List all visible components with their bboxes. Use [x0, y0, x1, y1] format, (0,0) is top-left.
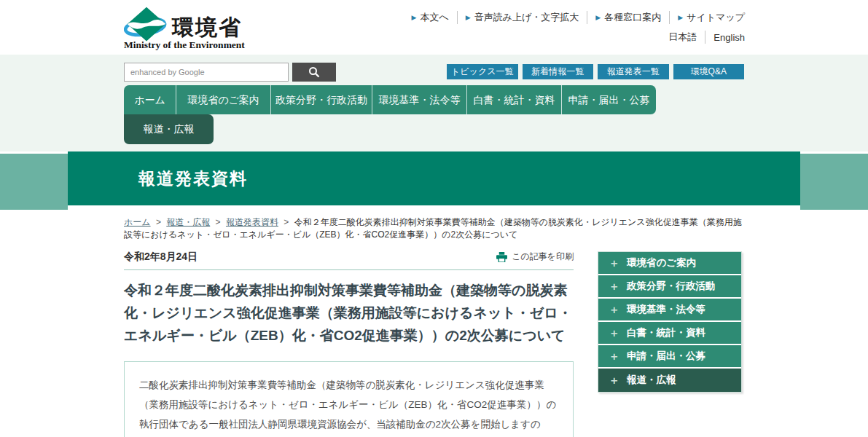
ministry-logo-subtitle: Ministry of the Environment: [124, 39, 292, 51]
utility-link[interactable]: ▶サイトマップ: [670, 11, 745, 24]
plus-icon: ＋: [609, 374, 619, 387]
plus-icon: ＋: [609, 350, 619, 363]
breadcrumb-link-home[interactable]: ホーム: [124, 217, 151, 227]
nav-item[interactable]: 環境基準・法令等: [372, 85, 467, 114]
print-link[interactable]: この記事を印刷: [496, 251, 574, 263]
breadcrumb-link-release[interactable]: 報道発表資料: [226, 217, 278, 227]
sidebar-item[interactable]: ＋ 環境基準・法令等: [598, 299, 741, 322]
sidebar-item-label: 環境省のご案内: [627, 256, 696, 269]
sidebar-menu: ＋ 環境省のご案内 ＋ 政策分野・行政活動 ＋ 環境基準・法令等 ＋ 白書・統計…: [598, 251, 742, 393]
breadcrumb: ホーム > 報道・広報 > 報道発表資料 > 令和２年度二酸化炭素排出抑制対策事…: [124, 216, 742, 241]
triangle-right-icon: ▶: [678, 14, 683, 21]
site-header: 環境省 Ministry of the Environment ▶本文へ▶音声読…: [0, 0, 868, 55]
breadcrumb-separator: >: [284, 217, 289, 227]
page: 環境省 Ministry of the Environment ▶本文へ▶音声読…: [0, 0, 868, 437]
nav-item[interactable]: 白書・統計・資料: [467, 85, 562, 114]
sidebar-item-label: 白書・統計・資料: [627, 326, 705, 339]
quick-button[interactable]: 報道発表一覧: [598, 64, 669, 79]
sidebar-item-label: 報道・広報: [627, 374, 676, 387]
language-link[interactable]: English: [705, 32, 745, 43]
utility-link[interactable]: ▶本文へ: [404, 11, 458, 24]
sidebar-item[interactable]: ＋ 申請・届出・公募: [598, 345, 741, 369]
plus-icon: ＋: [609, 303, 619, 317]
page-title-banner: 報道発表資料: [0, 151, 868, 208]
plus-icon: ＋: [609, 326, 619, 340]
article-meta: 令和2年8月24日 この記事を印刷: [124, 248, 574, 265]
banner-left-accent: [0, 154, 68, 210]
sidebar-item-label: 政策分野・行政活動: [627, 280, 716, 293]
utility-links: ▶本文へ▶音声読み上げ・文字拡大▶各種窓口案内▶サイトマップ: [404, 11, 745, 24]
divider: [124, 269, 574, 270]
nav-item[interactable]: 環境省のご案内: [176, 85, 271, 114]
summary-box: 二酸化炭素排出抑制対策事業費等補助金（建築物等の脱炭素化・レジリエンス強化促進事…: [124, 361, 574, 437]
quick-button[interactable]: トピックス一覧: [447, 64, 518, 79]
print-link-label: この記事を印刷: [512, 251, 574, 263]
nav-item[interactable]: ホーム: [124, 85, 176, 114]
quick-button[interactable]: 環境Q&A: [673, 64, 745, 79]
search-icon: [308, 66, 320, 78]
article-title: 令和２年度二酸化炭素排出抑制対策事業費等補助金（建築物等の脱炭素化・レジリエンス…: [124, 279, 574, 347]
plus-icon: ＋: [609, 280, 619, 294]
breadcrumb-link-press[interactable]: 報道・広報: [166, 217, 210, 227]
sidebar-item[interactable]: ＋ 政策分野・行政活動: [598, 275, 741, 299]
sidebar-item[interactable]: ＋ 白書・統計・資料: [598, 322, 741, 345]
nav-item[interactable]: 申請・届出・公募: [562, 85, 656, 114]
utility-link[interactable]: ▶音声読み上げ・文字拡大: [458, 11, 588, 24]
printer-icon: [496, 252, 507, 262]
sidebar-item-label: 環境基準・法令等: [627, 303, 705, 316]
article: 令和2年8月24日 この記事を印刷 令和２年度二酸化炭素排出抑制対策事業費等補助…: [124, 248, 574, 437]
sidebar-item[interactable]: ＋ 報道・広報: [598, 369, 741, 392]
sidebar-item[interactable]: ＋ 環境省のご案内: [598, 252, 741, 275]
language-link[interactable]: 日本語: [660, 31, 705, 44]
article-date: 令和2年8月24日: [124, 251, 198, 264]
main-nav: ホーム環境省のご案内政策分野・行政活動環境基準・法令等白書・統計・資料申請・届出…: [124, 85, 656, 114]
quick-button[interactable]: 新着情報一覧: [523, 64, 594, 79]
quick-buttons: トピックス一覧新着情報一覧報道発表一覧環境Q&A: [447, 64, 744, 79]
nav-tab-press-active[interactable]: 報道・広報: [124, 114, 214, 144]
page-title: 報道発表資料: [138, 168, 248, 190]
nav-item[interactable]: 政策分野・行政活動: [271, 85, 372, 114]
search-input[interactable]: [124, 63, 289, 82]
language-switcher: 日本語English: [660, 31, 745, 44]
breadcrumb-separator: >: [156, 217, 161, 227]
triangle-right-icon: ▶: [595, 14, 601, 21]
breadcrumb-separator: >: [216, 217, 221, 227]
sidebar-item-label: 申請・届出・公募: [627, 350, 705, 363]
search-nav-band: トピックス一覧新着情報一覧報道発表一覧環境Q&A ホーム環境省のご案内政策分野・…: [0, 55, 868, 151]
plus-icon: ＋: [609, 256, 619, 270]
triangle-right-icon: ▶: [412, 14, 417, 21]
triangle-right-icon: ▶: [466, 14, 471, 21]
utility-link[interactable]: ▶各種窓口案内: [587, 11, 670, 24]
ministry-logo-title: 環境省: [172, 13, 242, 43]
banner-right-accent: [800, 154, 868, 210]
summary-text: 二酸化炭素排出抑制対策事業費等補助金（建築物等の脱炭素化・レジリエンス強化促進事…: [139, 375, 558, 437]
search-button[interactable]: [292, 63, 336, 82]
